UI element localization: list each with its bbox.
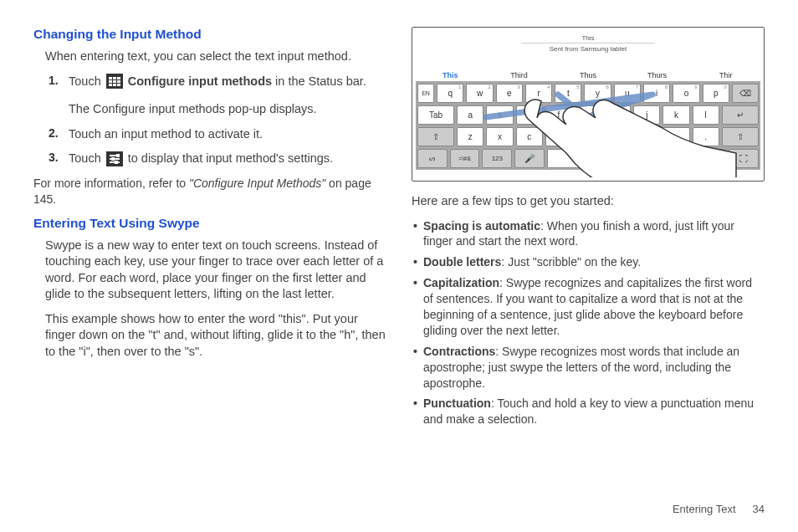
tips-intro: Here are a few tips to get you started:	[412, 193, 765, 210]
heading-swype: Entering Text Using Swype	[33, 216, 386, 231]
shift-key-icon: ⇧	[722, 127, 759, 146]
mic-key-icon: 🎤	[514, 149, 545, 168]
right-column: This Sent from Samsung tablet This Third…	[412, 27, 765, 432]
swype-key-icon: ᔕ	[417, 149, 448, 168]
settings-sliders-icon	[106, 151, 123, 166]
intro-text: When entering text, you can select the t…	[45, 49, 386, 65]
step-2: 2. Touch an input method to activate it.	[49, 126, 386, 143]
heading-changing-input: Changing the Input Method	[33, 27, 386, 42]
resize-key-icon: ⛶	[729, 149, 759, 168]
swype-desc-1: Swype is a new way to enter text on touc…	[45, 238, 386, 303]
step-3: 3. Touch to display that input method's …	[49, 151, 386, 167]
swype-figure: This Sent from Samsung tablet This Third…	[412, 27, 765, 182]
step-1: 1. Touch Configure input methods in the …	[49, 74, 386, 118]
tips-list: •Spacing is automatic: When you finish a…	[413, 218, 765, 428]
more-info: For more information, refer to "Configur…	[33, 176, 386, 207]
backspace-key-icon: ⌫	[732, 84, 759, 103]
emoji-key-icon: ☺	[697, 149, 727, 168]
keyboard: EN q1 w2 e3 r4 t5 y6 u7 i8 o9 p0 ⌫	[416, 81, 760, 170]
swype-desc-2: This example shows how to enter the word…	[45, 311, 386, 361]
suggestion-row: This Third Thus Thurs Thir	[416, 69, 760, 81]
page-footer: Entering Text34	[673, 503, 765, 515]
enter-key-icon: ↵	[722, 105, 759, 125]
shift-key-icon: ⇧	[417, 127, 454, 146]
configure-input-icon	[106, 74, 123, 89]
left-column: Changing the Input Method When entering …	[33, 27, 386, 432]
